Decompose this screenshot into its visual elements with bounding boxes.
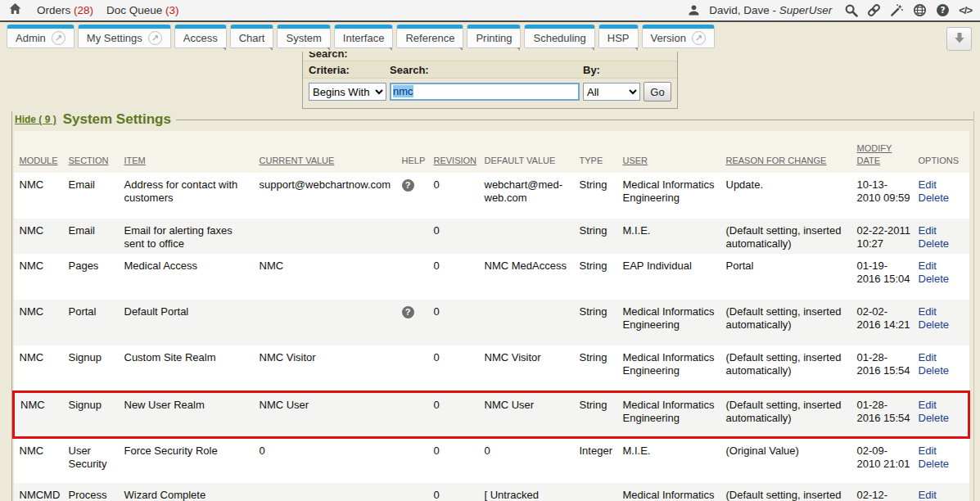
edit-link[interactable]: Edit	[919, 445, 962, 458]
cell-default	[485, 300, 580, 345]
doc-queue-link[interactable]: Doc Queue (3)	[106, 4, 179, 16]
tab-version[interactable]: Version↗	[642, 25, 715, 48]
cell-user: M.I.E.	[623, 437, 726, 483]
table-row: NMCEmailEmail for alerting faxes sent to…	[14, 219, 969, 255]
cell-help	[402, 483, 434, 501]
edit-link[interactable]: Edit	[919, 489, 962, 501]
hide-link[interactable]: Hide ( 9 )	[15, 114, 56, 125]
edit-link[interactable]: Edit	[919, 224, 962, 237]
globe-icon[interactable]	[913, 3, 927, 17]
open-arrow-icon[interactable]: ↗	[692, 31, 706, 45]
cell-current	[260, 219, 402, 255]
cell-type: String	[580, 173, 623, 219]
search-input[interactable]: nmc	[390, 83, 580, 101]
cell-type	[580, 483, 623, 501]
cell-module: NMC	[14, 300, 69, 345]
delete-link[interactable]: Delete	[919, 364, 962, 377]
tab-interface[interactable]: Interface	[334, 25, 394, 48]
cell-current	[260, 483, 402, 501]
column-header-section[interactable]: SECTION	[69, 131, 124, 173]
edit-link[interactable]: Edit	[919, 351, 962, 364]
cell-options: EditDelete	[919, 391, 969, 437]
criteria-select[interactable]: Begins With	[309, 83, 386, 101]
cell-user: Medical Informatics Engineering	[623, 173, 726, 219]
search-icon[interactable]	[844, 3, 858, 17]
edit-link[interactable]: Edit	[919, 399, 961, 412]
user-role: SuperUser	[779, 4, 833, 16]
help-icon[interactable]: ?	[402, 179, 414, 192]
tab-my-settings[interactable]: My Settings↗	[78, 25, 171, 48]
orders-count: (28)	[74, 4, 93, 16]
tab-scheduling[interactable]: Scheduling	[524, 25, 594, 48]
tab-system[interactable]: System	[277, 25, 330, 48]
link-icon[interactable]	[867, 3, 881, 17]
help-icon[interactable]: ?	[936, 3, 950, 17]
cell-section: Email	[69, 219, 124, 255]
criteria-label: Criteria:	[309, 64, 386, 76]
column-header-modify-date[interactable]: MODIFY DATE	[857, 131, 919, 173]
download-button[interactable]	[946, 27, 972, 51]
cell-type: String	[580, 300, 623, 345]
column-header-reason-for-change[interactable]: REASON FOR CHANGE	[726, 131, 857, 173]
cell-help: ?	[402, 173, 434, 219]
column-header-current-value[interactable]: CURRENT VALUE	[260, 131, 402, 173]
cell-help	[402, 345, 434, 391]
cell-user: Medical Informatics Engineering	[623, 300, 726, 345]
cell-reason: (Original Value)	[726, 437, 857, 483]
system-settings-legend: Hide ( 9 ) System Settings	[12, 111, 973, 128]
delete-link[interactable]: Delete	[919, 318, 962, 332]
orders-link[interactable]: Orders (28)	[37, 4, 93, 16]
column-header-default-value: DEFAULT VALUE	[485, 131, 580, 173]
column-header-item[interactable]: ITEM	[124, 131, 260, 173]
edit-link[interactable]: Edit	[919, 260, 962, 273]
column-header-module[interactable]: MODULE	[14, 131, 69, 173]
by-select[interactable]: All	[583, 83, 640, 101]
cell-help	[402, 391, 434, 437]
edit-link[interactable]: Edit	[919, 305, 962, 318]
delete-link[interactable]: Delete	[919, 192, 962, 205]
go-button[interactable]: Go	[644, 82, 671, 102]
home-icon	[8, 2, 22, 19]
tab-label: HSP	[607, 32, 630, 44]
code-icon[interactable]: </>	[959, 4, 972, 16]
cell-revision: 0	[434, 437, 485, 483]
delete-link[interactable]: Delete	[919, 412, 961, 425]
cell-current: 0	[260, 437, 402, 483]
user-icon	[688, 4, 700, 16]
tab-label: Version	[651, 32, 686, 44]
download-arrow-icon	[953, 31, 966, 47]
tab-access[interactable]: Access	[174, 25, 227, 48]
cell-default: NMC User	[485, 391, 580, 437]
tab-admin[interactable]: Admin↗	[7, 25, 75, 48]
delete-link[interactable]: Delete	[919, 458, 962, 471]
delete-link[interactable]: Delete	[919, 273, 962, 286]
tab-hsp[interactable]: HSP	[598, 25, 639, 48]
cell-help: ?	[402, 300, 434, 345]
by-label: By:	[583, 64, 640, 76]
home-button[interactable]	[8, 2, 22, 19]
cell-item: Wizard Complete	[124, 483, 260, 501]
help-icon[interactable]: ?	[402, 306, 414, 318]
column-header-user[interactable]: USER	[623, 131, 726, 173]
magic-wand-icon[interactable]	[890, 3, 904, 17]
cell-type: String	[580, 254, 623, 300]
cell-revision: 0	[434, 300, 485, 345]
delete-link[interactable]: Delete	[919, 237, 962, 250]
cell-date: 02-12-2014 15:11	[857, 483, 919, 501]
tab-printing[interactable]: Printing	[467, 25, 521, 48]
table-row: NMCSignupNew User RealmNMC User0NMC User…	[14, 391, 969, 437]
cell-current: support@webchartnow.com	[260, 173, 402, 219]
tab-reference[interactable]: Reference	[396, 25, 463, 48]
tab-chart[interactable]: Chart	[230, 25, 274, 48]
cell-type: String	[580, 345, 623, 391]
search-input-selected-text: nmc	[393, 85, 413, 97]
open-arrow-icon[interactable]: ↗	[148, 31, 162, 45]
table-row: NMCSignupCustom Site RealmNMC Visitor0NM…	[14, 345, 969, 391]
column-header-revision[interactable]: REVISION	[434, 131, 485, 173]
current-user: David, Dave - SuperUser	[709, 4, 832, 16]
edit-link[interactable]: Edit	[919, 178, 962, 192]
cell-reason: Portal	[726, 254, 857, 300]
cell-module: NMC	[14, 345, 69, 391]
cell-item: Force Security Role	[124, 437, 260, 483]
open-arrow-icon[interactable]: ↗	[52, 31, 65, 45]
